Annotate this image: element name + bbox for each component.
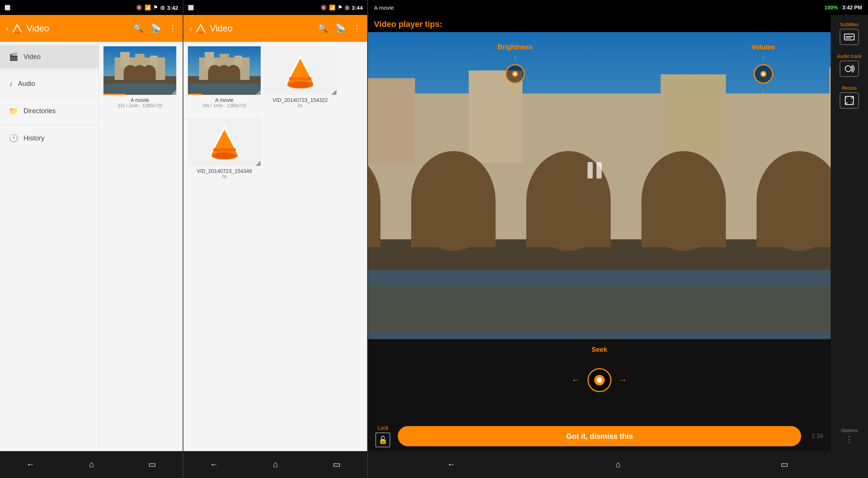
svg-point-68 [597, 378, 602, 383]
vlc-cone-2-3 [206, 123, 243, 160]
video-item-2-3[interactable]: VID_20140723_154346 0s [188, 117, 261, 182]
svg-point-41 [214, 153, 235, 159]
seek-left-icon: ← [572, 375, 580, 385]
svg-rect-48 [661, 74, 726, 162]
video-title-2-2: VID_20140723_154322 [273, 97, 328, 103]
cone-thumb-2-2 [264, 46, 337, 95]
svg-point-64 [514, 72, 517, 75]
subtitles-icon [844, 32, 855, 41]
subtitles-button[interactable]: Subtitles [831, 19, 868, 48]
screen-icon-2: ⬜ [188, 5, 194, 10]
svg-rect-7 [135, 54, 145, 67]
top-bar-1: ‹ Video 🔍 📡 ⋮ [0, 15, 183, 42]
mute-icon: 🔇 [136, 4, 142, 10]
divider-2 [0, 97, 99, 97]
resize-button[interactable]: Resize [831, 82, 868, 112]
time-display: 1:34 [812, 433, 823, 440]
status-icons-left: ⬜ [4, 5, 10, 10]
status-icons-left-2: ⬜ [188, 5, 194, 10]
status-bar-1: ⬜ 🔇 📶 ⚑ ◎ 3:42 [0, 0, 183, 15]
lock-label: Lock [378, 425, 389, 431]
svg-rect-46 [368, 78, 415, 162]
volume-circle[interactable] [754, 64, 773, 84]
svg-point-66 [762, 72, 765, 75]
back-nav-2[interactable]: ← [203, 457, 225, 472]
phone1-body: 🎬 Video ♪ Audio 📁 Directories 🕐 History [0, 42, 183, 451]
video-thumb-1 [103, 46, 176, 95]
back-nav-1[interactable]: ← [19, 457, 42, 472]
search-icon-1[interactable]: 🔍 [133, 24, 143, 33]
alarm-icon-2: ◎ [345, 4, 349, 10]
dismiss-button[interactable]: Got it, dismiss this [398, 426, 801, 446]
sidebar-label-video: Video [24, 53, 41, 61]
recents-nav-3[interactable]: ▭ [774, 457, 796, 472]
seek-right-icon: → [619, 375, 627, 385]
phone2: ⬜ 🔇 📶 ⚑ ◎ 3:44 ‹ Video 🔍 📡 ⋮ [183, 0, 367, 478]
sidebar: 🎬 Video ♪ Audio 📁 Directories 🕐 History [0, 42, 99, 451]
svg-point-72 [845, 66, 851, 72]
seek-area: Seek ← → [368, 339, 831, 421]
back-button-2[interactable]: ‹ [189, 24, 192, 33]
back-nav-3[interactable]: ← [440, 457, 462, 472]
phone3: A movie 100% 3:42 PM Video player tips: [368, 0, 868, 478]
status-icons-right: 🔇 📶 ⚑ ◎ 3:42 [136, 4, 178, 11]
svg-rect-57 [411, 201, 496, 247]
status-time-2: 3:44 [351, 4, 363, 11]
directories-icon: 📁 [9, 106, 18, 115]
status-icons-right-2: 🔇 📶 ⚑ ◎ 3:44 [320, 4, 363, 11]
brightness-circle[interactable] [505, 64, 525, 84]
video-meta-2-2: 0s [298, 103, 303, 108]
audio-track-label: Audio track [837, 53, 861, 59]
status-time-1: 3:42 [167, 4, 178, 11]
svg-rect-70 [846, 36, 853, 37]
sidebar-item-video[interactable]: 🎬 Video [0, 45, 99, 69]
volume-label: Volume [751, 43, 775, 51]
video-meta-2-1: 29s / 1min - 1280x720 [202, 103, 247, 108]
sidebar-item-audio[interactable]: ♪ Audio [0, 72, 99, 96]
sim-icon: ⚑ [153, 4, 158, 10]
volume-up-icon: ↑ [762, 53, 765, 62]
back-button-1[interactable]: ‹ [6, 24, 9, 33]
video-thumb-2-1 [188, 46, 261, 95]
sidebar-item-directories[interactable]: 📁 Directories [0, 99, 99, 123]
video-item-2-2[interactable]: VID_20140723_154322 0s [264, 46, 337, 111]
audio-track-button[interactable]: Audio track [831, 50, 868, 80]
subtitles-label: Subtitles [840, 22, 859, 27]
video-meta-1: 22s / 1min - 1280x720 [118, 103, 162, 108]
seek-circle[interactable] [588, 368, 611, 392]
recents-nav-2[interactable]: ▭ [325, 457, 348, 472]
options-dots: ⋮ [845, 435, 853, 444]
corner-triangle-2-1 [255, 90, 261, 95]
home-nav-2[interactable]: ⌂ [264, 457, 286, 472]
more-icon-2[interactable]: ⋮ [353, 24, 361, 33]
lock-icon[interactable]: 🔓 [375, 432, 390, 447]
cast-icon-1[interactable]: 📡 [151, 24, 161, 33]
status-bar-3: A movie 100% 3:42 PM [368, 0, 868, 15]
brightness-down-icon: ↓ [513, 86, 517, 94]
home-nav-3[interactable]: ⌂ [607, 457, 629, 472]
status-bar-2: ⬜ 🔇 📶 ⚑ ◎ 3:44 [183, 0, 367, 15]
progress-bar-2-1 [188, 94, 202, 95]
video-item-1[interactable]: A movie 22s / 1min - 1280x720 [103, 46, 176, 111]
home-nav-1[interactable]: ⌂ [80, 457, 103, 472]
video-grid-2: A movie 29s / 1min - 1280x720 VID_201407… [183, 42, 367, 451]
player-bottom-overlay: Lock 🔓 Got it, dismiss this 1:34 [368, 421, 831, 451]
history-icon: 🕐 [9, 134, 18, 143]
recents-nav-1[interactable]: ▭ [141, 457, 164, 472]
cone-thumb-2-3 [188, 117, 261, 166]
sidebar-item-history[interactable]: 🕐 History [0, 126, 99, 150]
more-icon-1[interactable]: ⋮ [168, 24, 177, 33]
search-icon-2[interactable]: 🔍 [318, 24, 328, 33]
cast-icon-2[interactable]: 📡 [335, 24, 345, 33]
brightness-control: Brightness ↑ ↓ [497, 43, 533, 94]
tips-title: Video player tips: [368, 15, 831, 32]
vlc-cone-2-2 [282, 52, 319, 89]
phone1: ⬜ 🔇 📶 ⚑ ◎ 3:42 ‹ Video 🔍 📡 ⋮ [0, 0, 183, 478]
svg-rect-34 [289, 77, 311, 80]
video-item-2-1[interactable]: A movie 29s / 1min - 1280x720 [188, 46, 261, 111]
svg-rect-56 [368, 201, 381, 247]
brightness-label: Brightness [497, 43, 533, 51]
options-button[interactable]: Options ⋮ [831, 425, 868, 447]
sidebar-label-audio: Audio [18, 80, 35, 88]
bottom-nav-1: ← ⌂ ▭ [0, 451, 183, 478]
